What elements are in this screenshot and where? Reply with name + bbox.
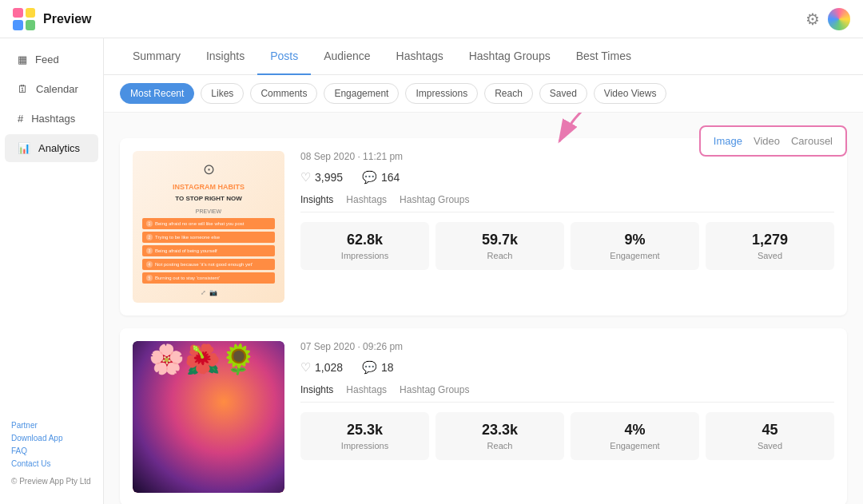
analytics-icon: 📊 xyxy=(18,142,30,154)
download-link[interactable]: Download App xyxy=(11,434,63,442)
post-card-1: ⊙ INSTAGRAM HABITS TO STOP RIGHT NOW PRE… xyxy=(120,138,847,315)
faq-link[interactable]: FAQ xyxy=(11,446,27,455)
impressions-label-2: Impressions xyxy=(308,441,421,450)
impressions-label-1: Impressions xyxy=(308,251,421,260)
tab-hashtags[interactable]: Hashtags xyxy=(384,38,456,75)
type-filter-image[interactable]: Image xyxy=(714,135,742,147)
type-filter-video[interactable]: Video xyxy=(754,135,780,147)
metric-impressions-2: 25.3k Impressions xyxy=(300,412,429,460)
post-tab-hashtags-1[interactable]: Hashtags xyxy=(346,194,387,205)
likes-value-2: 1,028 xyxy=(315,361,343,374)
thumb-list: 1Being afraid no one will like what you … xyxy=(142,218,275,286)
reach-label-2: Reach xyxy=(443,441,556,450)
filter-bar: Most Recent Likes Comments Engagement Im… xyxy=(104,75,863,113)
app-title: Preview xyxy=(43,12,91,26)
thumb-title: INSTAGRAM HABITS xyxy=(173,183,245,192)
filter-likes[interactable]: Likes xyxy=(201,83,244,104)
post-date-2: 07 Sep 2020 · 09:26 pm xyxy=(300,341,834,352)
saved-label-1: Saved xyxy=(714,251,826,260)
sidebar-label-feed: Feed xyxy=(35,54,59,65)
engagement-label-1: Engagement xyxy=(579,251,691,260)
main-content: Summary Insights Posts Audience Hashtags… xyxy=(104,38,863,504)
post-tab-insights-1[interactable]: Insights xyxy=(300,194,333,205)
engagement-value-1: 9% xyxy=(579,232,691,248)
tab-insights[interactable]: Insights xyxy=(193,38,257,75)
type-filter-box: Image Video Carousel xyxy=(699,125,847,157)
type-filter-carousel[interactable]: Carousel xyxy=(791,135,833,147)
metric-impressions-1: 62.8k Impressions xyxy=(300,222,429,270)
main-layout: ▦ Feed 🗓 Calendar # Hashtags 📊 Analytics… xyxy=(0,38,863,504)
instagram-brand-icon: 📷 xyxy=(209,289,217,296)
heart-icon-2: ♡ xyxy=(300,360,311,375)
tab-posts[interactable]: Posts xyxy=(257,38,311,75)
post-details-2: 07 Sep 2020 · 09:26 pm ♡ 1,028 💬 18 Insi… xyxy=(300,341,834,493)
sidebar-label-analytics: Analytics xyxy=(38,142,80,154)
nav-tabs: Summary Insights Posts Audience Hashtags… xyxy=(104,38,863,75)
list-item: 2Trying to be like someone else xyxy=(142,232,275,243)
post-likes-1: ♡ 3,995 xyxy=(300,170,343,185)
list-item: 4Not posting because 'it's not good enou… xyxy=(142,259,275,270)
instagram-logo: ⊙ xyxy=(203,161,215,178)
reach-value-2: 23.3k xyxy=(443,422,556,439)
sidebar: ▦ Feed 🗓 Calendar # Hashtags 📊 Analytics… xyxy=(0,38,104,504)
metric-engagement-1: 9% Engagement xyxy=(571,222,699,270)
filter-video-views[interactable]: Video Views xyxy=(594,83,667,104)
filter-most-recent[interactable]: Most Recent xyxy=(120,83,194,104)
post-tab-hashtag-groups-2[interactable]: Hashtag Groups xyxy=(400,384,469,395)
hashtag-icon: # xyxy=(18,113,23,125)
contact-link[interactable]: Contact Us xyxy=(11,459,50,468)
list-item: 1Being afraid no one will like what you … xyxy=(142,218,275,229)
post-stats-1: ♡ 3,995 💬 164 xyxy=(300,170,834,185)
metric-reach-2: 23.3k Reach xyxy=(435,412,564,460)
tab-hashtag-groups[interactable]: Hashtag Groups xyxy=(456,38,563,75)
tab-summary[interactable]: Summary xyxy=(120,38,193,75)
sidebar-item-feed[interactable]: ▦ Feed xyxy=(5,46,98,73)
filter-saved[interactable]: Saved xyxy=(539,83,587,104)
portrait-thumbnail: 🌸🌺🌻 xyxy=(133,341,284,493)
metric-reach-1: 59.7k Reach xyxy=(435,222,564,270)
comment-icon: 💬 xyxy=(362,170,377,185)
post-tab-hashtags-2[interactable]: Hashtags xyxy=(346,384,387,395)
filter-impressions[interactable]: Impressions xyxy=(405,83,478,104)
logo-dot xyxy=(26,20,36,30)
theme-icon[interactable] xyxy=(828,8,850,30)
settings-icon[interactable]: ⚙ xyxy=(805,10,820,29)
partner-link[interactable]: Partner xyxy=(11,421,38,430)
tab-best-times[interactable]: Best Times xyxy=(563,38,644,75)
sidebar-item-hashtags[interactable]: # Hashtags xyxy=(5,105,98,133)
sidebar-item-analytics[interactable]: 📊 Analytics xyxy=(5,134,98,162)
thumb-preview-label: PREVIEW xyxy=(196,208,221,214)
filter-engagement[interactable]: Engagement xyxy=(324,83,399,104)
post-tab-hashtag-groups-1[interactable]: Hashtag Groups xyxy=(400,194,469,205)
comments-value-2: 18 xyxy=(381,361,394,374)
post-tabs-2: Insights Hashtags Hashtag Groups xyxy=(300,384,834,403)
engagement-label-2: Engagement xyxy=(579,441,691,450)
reach-label-1: Reach xyxy=(443,251,556,260)
sidebar-item-calendar[interactable]: 🗓 Calendar xyxy=(5,75,98,103)
logo-dot xyxy=(13,20,23,30)
header-left: Preview xyxy=(13,8,91,30)
saved-label-2: Saved xyxy=(714,441,826,450)
calendar-icon: 🗓 xyxy=(18,83,28,95)
comment-icon-2: 💬 xyxy=(362,360,377,375)
expand-icon: ⤢ xyxy=(201,289,206,296)
saved-value-2: 45 xyxy=(714,422,826,439)
list-item: 3Being afraid of being yourself xyxy=(142,245,275,256)
metric-saved-1: 1,279 Saved xyxy=(706,222,834,270)
sidebar-label-calendar: Calendar xyxy=(36,83,78,95)
sidebar-nav: ▦ Feed 🗓 Calendar # Hashtags 📊 Analytics xyxy=(0,45,103,163)
engagement-value-2: 4% xyxy=(579,422,691,439)
posts-content: Image Video Carousel ⊙ INSTAGRAM HABITS … xyxy=(104,113,863,504)
header-right: ⚙ xyxy=(805,8,850,30)
post-thumbnail-2: 🌸🌺🌻 xyxy=(133,341,284,493)
tab-audience[interactable]: Audience xyxy=(311,38,383,75)
post-thumbnail-1: ⊙ INSTAGRAM HABITS TO STOP RIGHT NOW PRE… xyxy=(133,151,284,303)
comments-value-1: 164 xyxy=(381,171,400,184)
filter-comments[interactable]: Comments xyxy=(250,83,317,104)
filter-reach[interactable]: Reach xyxy=(484,83,533,104)
copyright: © Preview App Pty Ltd xyxy=(11,475,92,488)
post-likes-2: ♡ 1,028 xyxy=(300,360,343,375)
post-tab-insights-2[interactable]: Insights xyxy=(300,384,333,395)
metric-saved-2: 45 Saved xyxy=(706,412,834,460)
post-comments-1: 💬 164 xyxy=(362,170,400,185)
